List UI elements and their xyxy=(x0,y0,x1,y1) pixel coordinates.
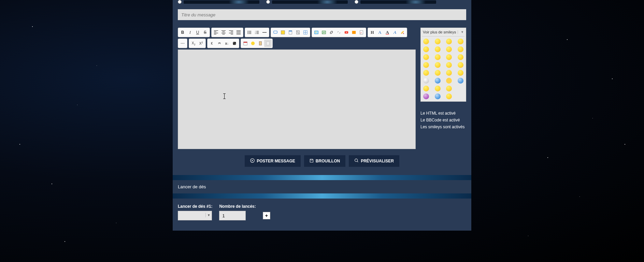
image-button[interactable] xyxy=(320,29,328,36)
smiley-29[interactable] xyxy=(435,93,441,99)
text-cursor-icon xyxy=(224,93,225,99)
smiley-17[interactable] xyxy=(435,70,441,76)
youtube-button[interactable] xyxy=(343,29,350,36)
more-button[interactable]: ⋯ xyxy=(179,40,186,47)
hidden-button[interactable] xyxy=(294,29,302,36)
smiley-7[interactable] xyxy=(458,46,463,52)
emoji-button[interactable] xyxy=(249,40,257,47)
smiley-28[interactable] xyxy=(423,93,429,99)
smiley-16[interactable] xyxy=(423,70,429,76)
flash-button[interactable]: f xyxy=(358,29,365,36)
svg-point-20 xyxy=(233,42,234,43)
svg-point-1 xyxy=(247,32,248,33)
smiley-5[interactable] xyxy=(435,46,441,52)
unlink-icon[interactable] xyxy=(335,29,343,36)
editor-toolbar-row2: ⋯ X2 X2 x↓ xyxy=(178,39,416,48)
dice-button[interactable] xyxy=(231,40,238,47)
smiley-3[interactable] xyxy=(458,39,463,44)
italic-button[interactable]: I xyxy=(186,29,194,36)
paste-button[interactable] xyxy=(257,40,264,47)
post-message-button[interactable]: POSTER MESSAGE xyxy=(245,155,301,167)
image-host-button[interactable] xyxy=(313,29,320,36)
message-title-input[interactable] xyxy=(178,9,466,20)
smiley-30[interactable] xyxy=(446,93,452,99)
svg-point-0 xyxy=(247,31,248,32)
svg-text:3: 3 xyxy=(255,33,256,34)
smiley-14[interactable] xyxy=(446,62,452,68)
smiley-1[interactable] xyxy=(435,39,441,44)
style-radio-3[interactable] xyxy=(355,0,358,4)
smiley-26[interactable] xyxy=(446,86,452,91)
dice-count-input[interactable] xyxy=(219,211,246,220)
header-button[interactable]: H xyxy=(369,29,376,36)
bold-button[interactable]: B xyxy=(179,29,186,36)
svg-rect-19 xyxy=(233,42,236,45)
font-color-button[interactable]: A xyxy=(384,29,391,36)
source-button[interactable] xyxy=(264,40,272,47)
smiley-6[interactable] xyxy=(446,46,452,52)
align-right-button[interactable] xyxy=(227,29,235,36)
font-family-button[interactable]: A xyxy=(391,29,399,36)
style-thumb-2[interactable] xyxy=(272,0,348,4)
align-center-button[interactable] xyxy=(220,29,227,36)
smiley-21[interactable] xyxy=(435,78,441,84)
smiley-9[interactable] xyxy=(435,54,441,60)
strike-button[interactable]: S xyxy=(201,29,209,36)
style-radio-1[interactable] xyxy=(178,0,182,4)
underline-button[interactable]: U xyxy=(194,29,201,36)
list-bulleted-button[interactable] xyxy=(246,29,253,36)
dice-body: Lancer de dés #1: Nombre de lancés: + xyxy=(173,199,471,231)
random-button[interactable]: x↓ xyxy=(223,40,231,47)
align-justify-button[interactable] xyxy=(235,29,242,36)
code-button[interactable] xyxy=(279,29,287,36)
smiley-22[interactable] xyxy=(446,78,452,84)
align-left-button[interactable] xyxy=(212,29,220,36)
style-radio-2[interactable] xyxy=(266,0,270,4)
link-button[interactable] xyxy=(328,29,335,36)
svg-rect-25 xyxy=(259,42,262,45)
dice-type-select[interactable] xyxy=(178,211,212,220)
style-thumb-1[interactable] xyxy=(184,0,259,4)
smiley-18[interactable] xyxy=(446,70,452,76)
svg-point-29 xyxy=(355,159,358,162)
add-dice-button[interactable]: + xyxy=(263,212,270,219)
dailymotion-button[interactable] xyxy=(350,29,358,36)
smiley-13[interactable] xyxy=(435,62,441,68)
style-thumb-3[interactable] xyxy=(360,0,436,4)
smiley-10[interactable] xyxy=(446,54,452,60)
font-size-button[interactable]: A xyxy=(376,29,384,36)
smiley-12[interactable] xyxy=(423,62,429,68)
smiley-24[interactable] xyxy=(423,86,429,91)
svg-point-13 xyxy=(315,32,316,33)
smiley-20[interactable] xyxy=(423,78,429,84)
dropdown-arrow-icon: ▼ xyxy=(458,30,464,34)
smiley-8[interactable] xyxy=(423,54,429,60)
svg-rect-9 xyxy=(289,31,292,32)
hr-button[interactable] xyxy=(261,29,268,36)
smiley-15[interactable] xyxy=(458,62,463,68)
smiley-11[interactable] xyxy=(458,54,463,60)
smiley-25[interactable] xyxy=(435,86,441,91)
smiley-more-link[interactable]: Voir plus de smileys ▼ xyxy=(422,29,464,37)
smiley-0[interactable] xyxy=(423,39,429,44)
superscript-button[interactable]: X2 xyxy=(197,40,205,47)
smiley-4[interactable] xyxy=(423,46,429,52)
spoiler-button[interactable] xyxy=(287,29,294,36)
smiley-2[interactable] xyxy=(446,39,452,44)
remove-format-button[interactable] xyxy=(399,29,406,36)
message-textarea[interactable] xyxy=(178,49,416,149)
scroll-up-button[interactable] xyxy=(216,40,223,47)
divider-image xyxy=(173,175,471,180)
smiley-23[interactable] xyxy=(458,78,463,84)
svg-point-2 xyxy=(247,33,248,34)
divider-image-2 xyxy=(173,193,471,199)
scroll-left-button[interactable] xyxy=(208,40,216,47)
smiley-19[interactable] xyxy=(458,70,463,76)
draft-button[interactable]: BROUILLON xyxy=(304,155,345,167)
subscript-button[interactable]: X2 xyxy=(190,40,197,47)
list-numbered-button[interactable]: 123 xyxy=(253,29,261,36)
table-button[interactable] xyxy=(302,29,309,36)
date-button[interactable] xyxy=(242,40,249,47)
quote-button[interactable] xyxy=(272,29,279,36)
preview-button[interactable]: PRÉVISUALISER xyxy=(349,155,399,167)
